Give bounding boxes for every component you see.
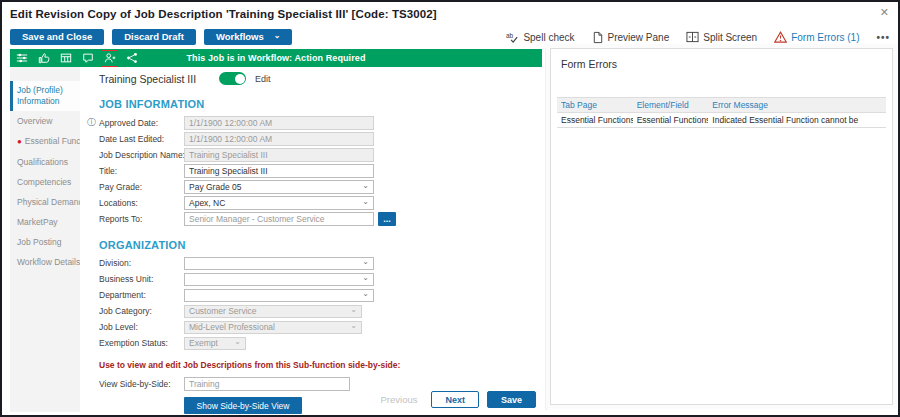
form-errors-panel-title: Form Errors [561,58,892,70]
job-description-name-input: Training Specialist III [184,148,374,162]
window-title: Edit Revision Copy of Job Description 'T… [10,8,437,20]
tune-icon[interactable] [15,52,28,65]
view-side-by-side-label: View Side-by-Side: [99,379,184,389]
next-button[interactable]: Next [431,391,479,408]
footer-navigation: Previous Next Save [380,391,536,408]
share-icon[interactable] [125,52,138,65]
chevron-down-icon: ⌄ [274,32,281,40]
workflow-bar-icons [15,52,138,65]
department-label: Department: [99,290,184,300]
split-screen-button[interactable]: Split Screen [686,31,757,43]
edit-job-description-window: Edit Revision Copy of Job Description 'T… [0,0,900,417]
reports-to-input[interactable]: Senior Manager - Customer Service [184,212,374,226]
comment-icon[interactable] [81,52,94,65]
organization-heading: ORGANIZATION [99,239,542,251]
job-level-label: Job Level: [99,322,184,332]
date-last-edited-input: 1/1/1900 12:00:00 AM [184,132,374,146]
locations-label: Locations: [99,198,184,208]
chevron-down-icon: ⌄ [362,197,369,206]
reports-to-row: Reports To: Senior Manager - Customer Se… [99,212,542,226]
reports-to-browse-button[interactable]: ... [378,212,396,226]
column-header-tab-page: Tab Page [557,98,633,113]
chevron-down-icon: ⌄ [350,321,357,330]
locations-row: Locations: Apex, NC⌄ [99,196,542,210]
warning-icon [774,31,787,43]
business-unit-row: Business Unit: ⌄ [99,273,542,287]
edit-toggle[interactable] [219,72,246,85]
reports-to-label: Reports To: [99,214,184,224]
business-unit-label: Business Unit: [99,274,184,284]
exemption-status-label: Exemption Status: [99,338,184,348]
department-row: Department: ⌄ [99,289,542,303]
form-errors-panel: Form Errors Tab Page Element/Field Error… [550,48,893,405]
date-last-edited-row: Date Last Edited: 1/1/1900 12:00:00 AM [99,132,542,146]
division-label: Division: [99,258,184,268]
chevron-down-icon: ⌄ [362,289,369,298]
main-form-area: Training Specialist III Edit JOB INFORMA… [80,67,542,412]
job-category-select: Customer Service⌄ [184,305,362,319]
save-button[interactable]: Save [487,391,536,408]
division-row: Division: ⌄ [99,257,542,271]
sidebar-item-overview[interactable]: Overview [10,112,80,131]
svg-text:ab: ab [506,31,514,38]
division-select[interactable]: ⌄ [184,257,374,271]
sidebar-item-competencies[interactable]: Competencies [10,173,80,192]
previous-button[interactable]: Previous [380,394,417,405]
job-category-label: Job Category: [99,306,184,316]
spell-check-icon: ab [506,31,519,44]
error-element-field-cell: Essential Functions [633,113,709,128]
form-errors-button[interactable]: Form Errors (1) [774,31,859,43]
business-unit-select[interactable]: ⌄ [184,273,374,287]
job-level-select: Mid-Level Professional⌄ [184,321,362,335]
form-errors-table: Tab Page Element/Field Error Message Ess… [557,97,886,128]
table-icon[interactable] [59,52,72,65]
discard-draft-button[interactable]: Discard Draft [112,29,196,45]
form-error-row[interactable]: Essential Functions Essential Functions … [557,113,886,128]
sidebar-item-physical-demands[interactable]: Physical Demands [10,193,80,212]
chevron-down-icon: ⌄ [234,337,241,346]
edit-toggle-label: Edit [255,74,271,84]
preview-pane-icon [592,31,604,44]
workflows-dropdown-button[interactable]: Workflows⌄ [204,29,293,45]
job-description-name-row: Job Description Name: Training Specialis… [99,148,542,162]
approved-date-input: 1/1/1900 12:00:00 AM [184,116,374,130]
close-icon[interactable]: ✕ [880,6,889,19]
sidebar-item-essential-functions[interactable]: ●Essential Functions [10,132,80,151]
preview-pane-button[interactable]: Preview Pane [592,31,670,44]
locations-select[interactable]: Apex, NC⌄ [184,196,374,210]
show-side-by-side-button[interactable]: Show Side-by-Side View [184,397,302,414]
job-header: Training Specialist III Edit [99,72,542,85]
sidebar-item-workflow-details[interactable]: Workflow Details [10,253,80,272]
save-and-close-button[interactable]: Save and Close [10,29,104,45]
error-tab-page-cell: Essential Functions [557,113,633,128]
more-options-button[interactable]: ••• [876,32,890,43]
exemption-status-row: Exemption Status: Exempt⌄ [99,337,542,351]
pay-grade-select[interactable]: Pay Grade 05⌄ [184,180,374,194]
error-dot-icon: ● [17,137,22,146]
side-by-side-instruction: Use to view and edit Job Descriptions fr… [99,360,542,370]
sidebar-item-marketpay[interactable]: MarketPay [10,213,80,232]
utility-toolbar: ab Spell check Preview Pane Split Screen… [506,31,890,44]
pay-grade-label: Pay Grade: [99,182,184,192]
title-input[interactable] [184,164,374,178]
assign-user-icon[interactable] [103,52,116,65]
split-screen-icon [686,31,699,43]
sidebar-item-job-profile-information[interactable]: Job (Profile) Information [10,81,80,111]
info-icon[interactable]: ⓘ [87,116,96,129]
view-side-by-side-row: View Side-by-Side: [99,377,542,391]
job-title-heading: Training Specialist III [99,73,219,85]
spell-check-button[interactable]: ab Spell check [506,31,574,44]
thumbs-up-icon[interactable] [37,52,50,65]
column-header-element-field: Element/Field [633,98,709,113]
error-message-cell: Indicated Essential Function cannot be b… [708,113,859,128]
view-side-by-side-input[interactable] [184,377,350,391]
sidebar-item-qualifications[interactable]: Qualifications [10,153,80,172]
workflow-status-bar: This Job is in Workflow: Action Required [10,49,542,67]
exemption-status-select: Exempt⌄ [184,337,246,351]
job-level-row: Job Level: Mid-Level Professional⌄ [99,321,542,335]
chevron-down-icon: ⌄ [362,273,369,282]
sidebar-item-job-posting[interactable]: Job Posting [10,233,80,252]
department-select[interactable]: ⌄ [184,289,374,303]
job-information-heading: JOB INFORMATION [99,98,542,110]
chevron-down-icon: ⌄ [362,257,369,266]
